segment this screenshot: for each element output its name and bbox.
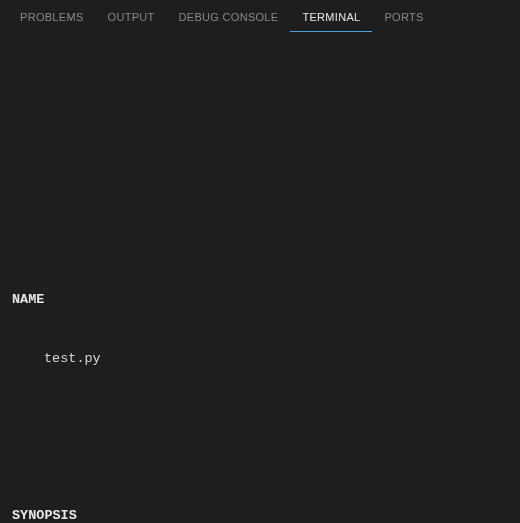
panel-tabs: PROBLEMS OUTPUT DEBUG CONSOLE TERMINAL P… <box>0 0 520 35</box>
tab-problems[interactable]: PROBLEMS <box>8 3 96 32</box>
terminal-output[interactable]: NAME test.py SYNOPSIS test.py COMMAND CO… <box>0 35 520 523</box>
manpage-synopsis-header: SYNOPSIS <box>12 506 508 523</box>
tab-debug-console[interactable]: DEBUG CONSOLE <box>167 3 291 32</box>
manpage-name-header: NAME <box>12 290 508 310</box>
manpage-name-value: test.py <box>12 349 508 369</box>
tab-output[interactable]: OUTPUT <box>96 3 167 32</box>
tab-terminal[interactable]: TERMINAL <box>290 3 372 32</box>
tab-ports[interactable]: PORTS <box>372 3 435 32</box>
